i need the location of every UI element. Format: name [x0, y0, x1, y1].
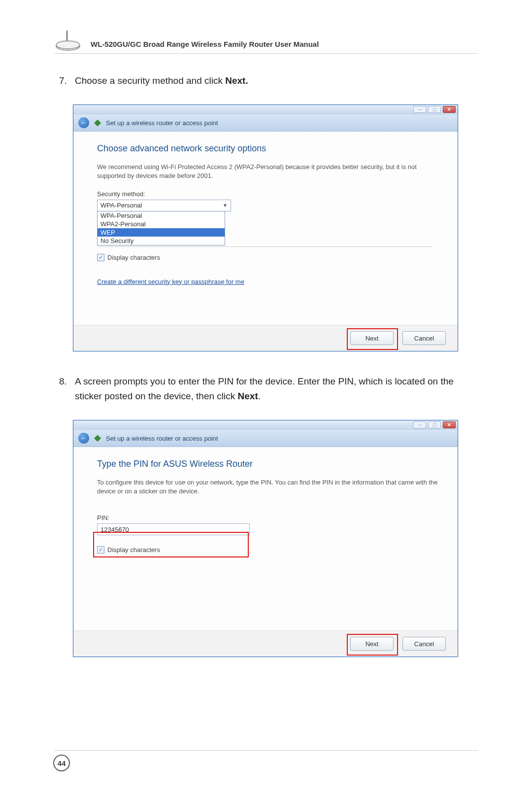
option-wpa-personal[interactable]: WPA-Personal [98, 211, 225, 220]
step-8-number: 8. [59, 374, 67, 388]
next-button[interactable]: Next [350, 637, 394, 651]
step-7-number: 7. [59, 73, 67, 88]
wizard-title: Set up a wireless router or access point [106, 119, 218, 127]
display-characters-row: ✓ Display characters [97, 546, 438, 554]
page-number: 44 [53, 755, 70, 771]
pin-value: 12345670 [100, 526, 129, 533]
security-method-dropdown[interactable]: WPA-Personal WPA2-Personal WEP No Securi… [97, 211, 225, 245]
button-bar: Next Cancel [73, 630, 458, 657]
cancel-button[interactable]: Cancel [402, 331, 446, 345]
dialog-body: Type the PIN for ASUS Wireless Router To… [73, 447, 458, 630]
svg-point-2 [56, 41, 80, 49]
step-7-text: Choose a security method and click [75, 75, 225, 86]
step-8: 8. A screen prompts you to enter the PIN… [54, 374, 478, 403]
security-method-label: Security method: [97, 190, 438, 198]
display-characters-row: ✓ Display characters [97, 254, 438, 261]
close-icon[interactable]: ✕ [443, 421, 456, 428]
display-characters-label: Display characters [107, 546, 160, 554]
security-method-combo[interactable]: WPA-Personal ▼ [97, 200, 231, 211]
dialog-pin: — ▢ ✕ ← Set up a wireless router or acce… [73, 420, 458, 657]
minimize-icon[interactable]: — [413, 106, 426, 113]
maximize-icon[interactable]: ▢ [428, 421, 441, 428]
step-7-bold: Next. [225, 75, 248, 86]
dialog-security-options: — ▢ ✕ ← Set up a wireless router or acce… [73, 104, 458, 351]
wizard-icon [94, 119, 101, 126]
button-bar: Next Cancel [73, 325, 458, 351]
display-characters-checkbox[interactable]: ✓ [97, 546, 104, 554]
step-7: 7. Choose a security method and click Ne… [54, 73, 478, 88]
next-button[interactable]: Next [350, 331, 394, 345]
display-characters-checkbox[interactable]: ✓ [97, 254, 104, 261]
router-icon [54, 30, 84, 51]
step-8-text-2: . [258, 391, 261, 401]
step-8-text-1: A screen prompts you to enter the PIN fo… [75, 376, 454, 401]
wizard-title: Set up a wireless router or access point [106, 435, 218, 442]
pin-input[interactable]: 12345670 [97, 523, 250, 535]
wizard-nav-bar: ← Set up a wireless router or access poi… [73, 114, 458, 132]
footer-divider [54, 750, 478, 751]
manual-title: WL-520GU/GC Broad Range Wireless Family … [91, 40, 319, 51]
window-caption-bar: — ▢ ✕ [73, 420, 458, 430]
page-header: WL-520GU/GC Broad Range Wireless Family … [54, 30, 478, 54]
pin-label: PIN: [97, 514, 438, 521]
close-icon[interactable]: ✕ [443, 106, 456, 113]
wizard-icon [94, 435, 101, 442]
security-method-selected: WPA-Personal [100, 202, 142, 209]
step-8-bold: Next [238, 391, 258, 401]
back-button[interactable]: ← [78, 117, 89, 128]
minimize-icon[interactable]: — [413, 421, 426, 428]
back-button[interactable]: ← [78, 433, 89, 444]
dialog-heading: Choose advanced network security options [97, 143, 438, 154]
display-characters-label: Display characters [107, 254, 160, 261]
window-caption-bar: — ▢ ✕ [73, 105, 458, 114]
wizard-nav-bar: ← Set up a wireless router or access poi… [73, 430, 458, 447]
dialog-description: We recommend using Wi-Fi Protected Acces… [97, 163, 438, 180]
maximize-icon[interactable]: ▢ [428, 106, 441, 113]
chevron-down-icon: ▼ [223, 203, 228, 208]
option-wpa2-personal[interactable]: WPA2-Personal [98, 220, 225, 228]
dialog-heading: Type the PIN for ASUS Wireless Router [97, 459, 438, 469]
dialog-description: To configure this device for use on your… [97, 478, 438, 495]
field-underline [97, 246, 432, 247]
option-no-security[interactable]: No Security [98, 237, 225, 245]
cancel-button[interactable]: Cancel [402, 637, 446, 651]
option-wep[interactable]: WEP [98, 228, 225, 237]
dialog-body: Choose advanced network security options… [73, 132, 458, 325]
create-passphrase-link[interactable]: Create a different security key or passp… [97, 278, 438, 285]
